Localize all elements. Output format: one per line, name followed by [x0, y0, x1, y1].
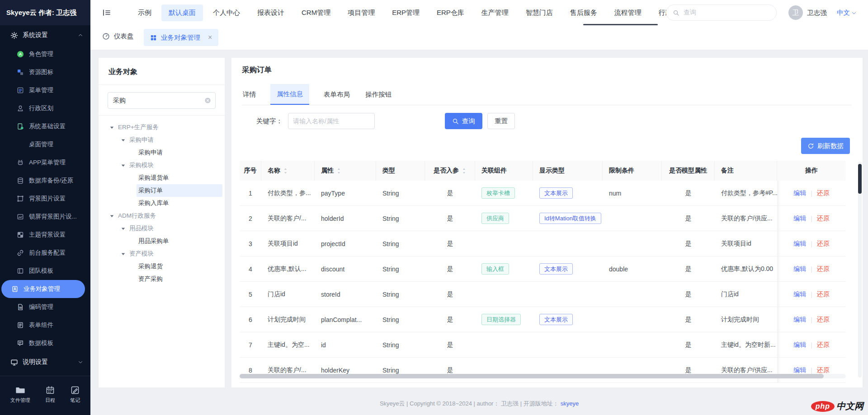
sidebar-item-4[interactable]: 行政区划: [0, 99, 90, 117]
sidebar-item-10[interactable]: 锁屏背景图片设...: [0, 208, 90, 226]
caret-down-icon[interactable]: [121, 163, 126, 168]
collapse-sidebar-icon[interactable]: [102, 8, 111, 19]
close-icon[interactable]: ×: [208, 33, 212, 42]
nav-tab-8[interactable]: 生产管理: [474, 5, 516, 21]
restore-link[interactable]: 还原: [817, 316, 830, 324]
restore-link[interactable]: 还原: [817, 189, 830, 197]
tree-node-8[interactable]: 用品模块: [99, 222, 225, 235]
edit-link[interactable]: 编辑: [793, 265, 806, 273]
opensource-link[interactable]: skyeye: [561, 400, 579, 407]
sidebar-item-13[interactable]: 团队模板: [0, 262, 90, 280]
detail-tab-3[interactable]: 操作按钮: [364, 84, 392, 105]
col-header-4[interactable]: 是否入参: [425, 161, 475, 181]
sidebar-item-3[interactable]: 菜单管理: [0, 81, 90, 99]
cell-10: 编辑|还原: [777, 332, 846, 357]
sidebar-tool-0[interactable]: 文件管理: [10, 386, 30, 404]
caret-down-icon[interactable]: [121, 138, 126, 143]
detail-tab-2[interactable]: 表单布局: [323, 84, 351, 105]
watermark-text: 中文网: [836, 400, 863, 412]
keyword-input[interactable]: [288, 113, 375, 129]
restore-link[interactable]: 还原: [817, 341, 830, 349]
tree-node-9[interactable]: 用品采购单: [99, 235, 225, 247]
edit-link[interactable]: 编辑: [793, 316, 806, 324]
tab-business-object-manage[interactable]: 业务对象管理 ×: [144, 29, 218, 46]
tree-node-12[interactable]: 资产采购: [99, 273, 225, 285]
sidebar-group-18[interactable]: 说明设置: [0, 352, 90, 372]
clear-icon[interactable]: [204, 97, 211, 104]
col-header-2[interactable]: 属性: [315, 161, 376, 181]
tree-node-7[interactable]: ADM行政服务: [99, 210, 225, 222]
sort-icon[interactable]: [283, 168, 288, 174]
horizontal-scrollbar-thumb[interactable]: [240, 374, 824, 378]
edit-link[interactable]: 编辑: [793, 240, 806, 248]
sidebar-item-5[interactable]: 系统基础设置: [0, 117, 90, 135]
tree-node-10[interactable]: 资产模块: [99, 247, 225, 260]
nav-tab-10[interactable]: 售后服务: [563, 5, 604, 21]
nav-tab-7[interactable]: ERP仓库: [429, 5, 472, 21]
restore-link[interactable]: 还原: [817, 214, 830, 223]
sidebar-item-6[interactable]: 桌面管理: [0, 135, 90, 154]
nav-tab-0[interactable]: 示例: [131, 5, 159, 21]
col-header-1[interactable]: 名称: [261, 161, 315, 181]
sidebar-item-1[interactable]: A角色管理: [0, 45, 90, 63]
detail-tab-1[interactable]: 属性信息: [270, 84, 309, 105]
caret-down-icon[interactable]: [121, 252, 126, 256]
nav-tab-6[interactable]: ERP管理: [385, 5, 427, 21]
sidebar-item-2[interactable]: 资源图标: [0, 63, 90, 81]
sidebar-item-12[interactable]: 前台服务配置: [0, 244, 90, 262]
tree-node-2[interactable]: 采购申请: [99, 146, 225, 159]
avatar[interactable]: 卫: [788, 5, 803, 20]
sidebar-group-0[interactable]: 系统设置: [0, 25, 90, 45]
sidebar-item-17[interactable]: 数据模板: [0, 334, 90, 352]
vertical-scrollbar[interactable]: [858, 162, 862, 378]
cell-4: 是: [425, 307, 475, 332]
horizontal-scrollbar[interactable]: [240, 374, 846, 378]
edit-link[interactable]: 编辑: [793, 341, 806, 349]
edit-link[interactable]: 编辑: [793, 366, 806, 374]
tree-node-1[interactable]: 采购申请: [99, 134, 225, 146]
restore-link[interactable]: 还原: [817, 265, 830, 273]
language-switcher[interactable]: 中文: [837, 9, 857, 17]
restore-link[interactable]: 还原: [817, 366, 830, 374]
restore-link[interactable]: 还原: [817, 240, 830, 248]
caret-down-icon[interactable]: [109, 125, 114, 130]
reset-button[interactable]: 重置: [487, 113, 515, 129]
nav-tab-5[interactable]: 项目管理: [340, 5, 382, 21]
sidebar-tool-2[interactable]: 笔记: [70, 386, 80, 404]
nav-tab-9[interactable]: 智慧门店: [519, 5, 560, 21]
nav-tab-3[interactable]: 报表设计: [250, 5, 292, 21]
vertical-scrollbar-thumb[interactable]: [858, 164, 862, 194]
detail-tab-0[interactable]: 详情: [242, 84, 257, 105]
restore-link[interactable]: 还原: [817, 290, 830, 298]
tree-node-3[interactable]: 采购模块: [99, 159, 225, 172]
edit-link[interactable]: 编辑: [793, 214, 806, 223]
sidebar-item-16[interactable]: 表单组件: [0, 316, 90, 334]
tree-search-input[interactable]: [108, 92, 216, 109]
sort-icon[interactable]: [337, 168, 341, 174]
tree-node-11[interactable]: 采购退货: [99, 260, 225, 273]
sidebar-item-14[interactable]: 业务对象管理: [1, 280, 85, 298]
topbar-search-input[interactable]: 查询: [666, 5, 777, 21]
tree-node-4[interactable]: 采购退货单: [99, 172, 225, 184]
sidebar-item-9[interactable]: 背景图片设置: [0, 190, 90, 208]
nav-tab-1[interactable]: 默认桌面: [161, 5, 203, 21]
tree-node-5[interactable]: 采购订单: [99, 184, 225, 197]
caret-down-icon[interactable]: [121, 226, 126, 231]
sidebar-tool-1[interactable]: 日程: [45, 386, 55, 404]
refresh-data-button[interactable]: 刷新数据: [801, 138, 850, 154]
caret-down-icon[interactable]: [109, 214, 114, 219]
sidebar-item-11[interactable]: 主题背景设置: [0, 226, 90, 244]
nav-tab-11[interactable]: 流程管理: [607, 5, 649, 21]
edit-link[interactable]: 编辑: [793, 290, 806, 298]
nav-tab-4[interactable]: CRM管理: [294, 5, 338, 21]
sidebar-item-8[interactable]: 数据库备份/还原: [0, 172, 90, 190]
sidebar-item-7[interactable]: APP菜单管理: [0, 154, 90, 172]
nav-tab-2[interactable]: 个人中心: [206, 5, 247, 21]
sidebar-item-15[interactable]: W编码管理: [0, 298, 90, 316]
sort-icon[interactable]: [462, 168, 466, 174]
tree-node-6[interactable]: 采购入库单: [99, 197, 225, 210]
tree-node-0[interactable]: ERP+生产服务: [99, 121, 225, 134]
tab-dashboard[interactable]: 仪表盘: [102, 32, 134, 41]
edit-link[interactable]: 编辑: [793, 189, 806, 197]
search-button[interactable]: 查询: [445, 113, 482, 129]
